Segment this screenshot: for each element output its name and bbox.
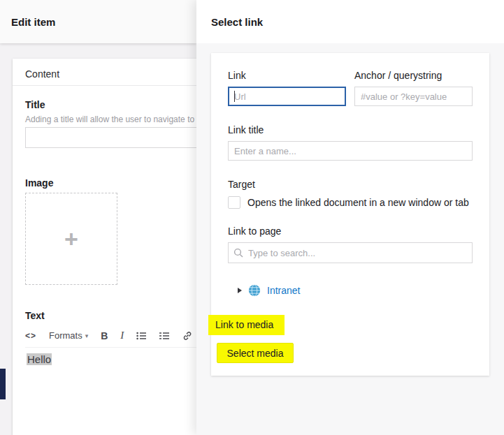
- link-to-page-label: Link to page: [228, 226, 473, 237]
- text-field-label: Text: [25, 310, 45, 321]
- tree-node-label: Intranet: [267, 285, 300, 296]
- target-label: Target: [228, 179, 473, 190]
- link-to-page-section: Link to page: [228, 226, 473, 263]
- italic-icon: I: [120, 330, 124, 341]
- new-window-checkbox-label: Opens the linked document in a new windo…: [247, 197, 469, 208]
- target-section: Target Opens the linked document in a ne…: [228, 179, 473, 209]
- ordered-list-button[interactable]: [159, 332, 170, 340]
- ordered-list-icon: [159, 332, 170, 340]
- search-icon: [233, 248, 243, 258]
- code-icon: <>: [25, 331, 36, 341]
- source-code-button[interactable]: <>: [25, 331, 36, 341]
- formats-dropdown[interactable]: Formats ▾: [49, 330, 88, 341]
- formats-label: Formats: [49, 330, 82, 341]
- bold-button[interactable]: B: [101, 330, 108, 341]
- bullet-list-button[interactable]: [136, 332, 147, 340]
- link-anchor-row: Link Anchor / querystring: [228, 70, 473, 106]
- new-window-checkbox[interactable]: [228, 196, 240, 209]
- link-icon: [182, 331, 192, 341]
- select-link-overlay: Select link Link Anchor / querystring Li…: [196, 0, 504, 435]
- page-search-wrap: [228, 242, 473, 263]
- link-to-media-label: Link to media: [208, 315, 285, 335]
- dialog-title: Select link: [211, 16, 263, 28]
- dialog-card: Link Anchor / querystring Link title Tar…: [211, 53, 489, 376]
- text-caret: [234, 91, 235, 102]
- bold-icon: B: [101, 330, 108, 341]
- italic-button[interactable]: I: [120, 330, 124, 341]
- dialog-header: Select link: [196, 0, 504, 43]
- selected-text: Hello: [27, 353, 52, 365]
- link-title-label: Link title: [228, 124, 473, 135]
- chevron-down-icon: ▾: [85, 332, 89, 339]
- anchor-column: Anchor / querystring: [354, 70, 473, 106]
- select-media-button[interactable]: Select media: [217, 343, 294, 363]
- link-field-label: Link: [228, 70, 346, 81]
- screen: Edit item Content Title Adding a title w…: [0, 0, 504, 435]
- link-input-wrap: [228, 87, 346, 106]
- edit-item-header: Edit item: [0, 0, 196, 43]
- content-group-label: Content: [25, 68, 59, 80]
- expand-caret-icon[interactable]: [238, 288, 242, 293]
- image-upload-dropzone[interactable]: +: [25, 193, 117, 285]
- link-to-media-section: Link to media Select media: [228, 315, 473, 363]
- link-title-section: Link title: [228, 124, 473, 161]
- image-field-label: Image: [25, 177, 53, 189]
- target-row: Opens the linked document in a new windo…: [228, 196, 473, 209]
- link-title-input[interactable]: [228, 141, 473, 161]
- title-field-help: Adding a title will allow the user to na…: [25, 115, 194, 124]
- globe-icon: [248, 284, 261, 297]
- insert-link-button[interactable]: [182, 331, 192, 341]
- bullet-list-icon: [136, 332, 147, 340]
- anchor-input[interactable]: [354, 87, 473, 106]
- title-field-label: Title: [25, 99, 45, 110]
- link-column: Link: [228, 70, 346, 106]
- edit-item-panel: Edit item Content Title Adding a title w…: [0, 0, 196, 435]
- edit-item-title: Edit item: [11, 16, 55, 28]
- tree-node-intranet[interactable]: Intranet: [228, 284, 473, 297]
- page-search-input[interactable]: [228, 242, 473, 263]
- nav-strip: [0, 369, 6, 399]
- link-url-input[interactable]: [228, 87, 346, 106]
- plus-icon: +: [64, 227, 78, 251]
- anchor-field-label: Anchor / querystring: [354, 70, 473, 81]
